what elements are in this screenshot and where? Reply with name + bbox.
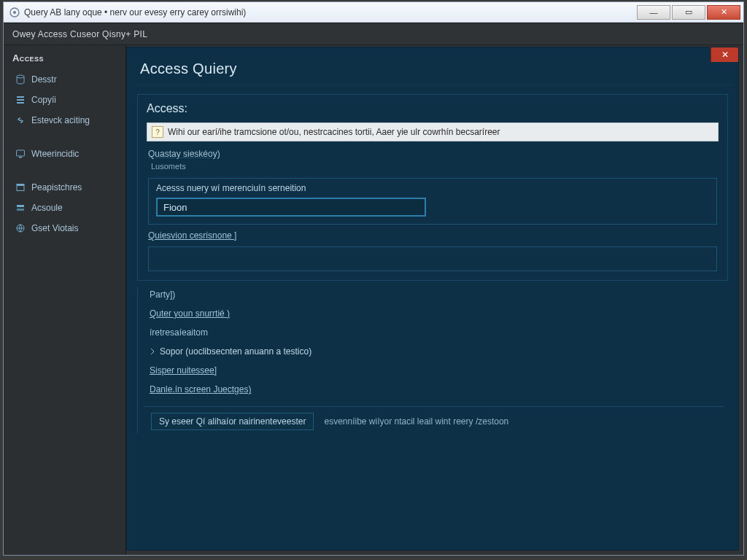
app-window: Query AB lany oque • nerv our evesy erry… [3,1,744,556]
nested-header: Acesss nuery wí merenciuín serneition [149,179,716,196]
section-title: Access: [138,95,727,120]
breadcrumb: Owey Access Cuseor Qisny+ PIL [4,23,743,45]
sidebar-item-label: Acsoule [31,203,63,213]
content-row: Access Desstr Copyíi Estevck aciting Wte… [4,45,743,555]
minimize-button[interactable]: — [637,5,670,20]
svg-rect-9 [17,184,24,187]
window-title: Query AB lany oque • nerv our evesy erry… [24,7,246,18]
step-sopor: Sopor (uoclibsecnten anuann a testico) [139,343,728,359]
svg-rect-11 [17,209,24,211]
sidebar-item-acsoule[interactable]: Acsoule [4,198,125,218]
divider [131,85,734,85]
sidebar-item-gsetviotais[interactable]: Gset Viotais [4,218,125,238]
link-quiesvion[interactable]: Quiesvion cesrisnone ] [138,228,727,244]
globe-icon [15,223,26,233]
sidebar-item-peapistchres[interactable]: Peapistchres [4,177,125,198]
stack-icon [15,203,26,213]
info-text: Wihi our earí/ihe tramcsione ot/ou, nest… [168,127,500,137]
sidebar-heading: Access [4,48,125,69]
sidebar-item-label: Estevck aciting [31,115,90,125]
footer-box[interactable]: Sy eseer Qí alihaíor nairinenteveester [151,413,314,430]
sidebar-item-estevck[interactable]: Estevck aciting [4,110,125,131]
database-icon [15,74,26,85]
steps-section: Party]) Quter youn snurrtié ) íretresaíe… [137,287,728,433]
window-icon [15,182,26,192]
sidebar-item-label: Gset Viotais [31,223,78,233]
svg-rect-10 [17,205,24,207]
sub-label-lusomets: Lusomets [138,160,727,174]
chevron-right-icon [150,349,155,354]
close-button[interactable]: ✕ [707,5,740,20]
sidebar-item-wteerincidic[interactable]: Wteerincidic [4,144,125,164]
sidebar-item-label: Desstr [31,74,57,85]
step-recv: íretresaíeaitom [139,324,728,341]
svg-rect-7 [19,157,22,158]
sidebar-item-label: Peapistchres [31,182,82,192]
titlebar: Query AB lany oque • nerv our evesy erry… [4,2,743,23]
panel-close-button[interactable]: ✕ [711,47,738,62]
svg-point-2 [17,75,24,78]
query-name-input[interactable] [156,198,426,217]
link-icon [15,115,26,125]
app-body: Owey Access Cuseor Qisny+ PIL Access Des… [4,23,743,555]
svg-point-1 [13,11,16,14]
query-name-block: Acesss nuery wí merenciuín serneition [148,178,717,225]
footer-text: esvenníibe wiíyor ntacil leail wint reer… [324,416,508,427]
svg-rect-4 [17,99,24,101]
svg-rect-6 [17,150,25,156]
sidebar-item-label: Wteerincidic [31,149,79,159]
access-section: Access: ? Wihi our earí/ihe tramcsione o… [137,94,728,281]
footer-row: Sy eseer Qí alihaíor nairinenteveester e… [144,406,724,433]
info-strip: ? Wihi our earí/ihe tramcsione ot/ou, ne… [147,122,719,141]
window-controls: — ▭ ✕ [637,5,740,20]
empty-field-box[interactable] [148,246,717,271]
sidebar-item-desstr[interactable]: Desstr [4,69,125,90]
step-sisper[interactable]: Sisper nuitessee] [139,362,728,378]
svg-rect-3 [17,96,24,98]
svg-rect-5 [17,102,24,104]
step-daniel[interactable]: Danle.ín screen Juectges) [139,381,728,397]
page-title: Access Quiery [127,47,738,85]
sidebar-item-label: Copyíi [31,95,56,105]
field-label-quastay: Quastay sieskéoy) [138,146,727,160]
step-query[interactable]: Quter youn snurrtié ) [139,306,728,322]
info-icon: ? [152,126,163,138]
maximize-button[interactable]: ▭ [672,5,705,20]
sidebar-item-copyi[interactable]: Copyíi [4,90,125,110]
monitor-icon [15,149,26,159]
app-icon [9,7,20,18]
step-party: Party]) [139,287,728,303]
list-icon [15,95,26,105]
sidebar: Access Desstr Copyíi Estevck aciting Wte… [4,45,126,555]
main-panel: ✕ Access Quiery Access: ? Wihi our earí/… [126,47,739,551]
